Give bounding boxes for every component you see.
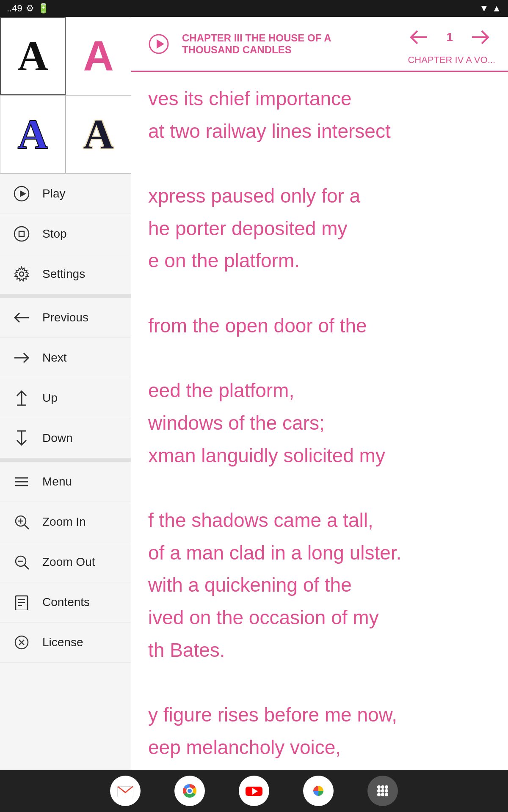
status-left: ..49 ⚙ 🔋 xyxy=(7,3,49,14)
svg-point-49 xyxy=(381,789,384,793)
sidebar-item-down[interactable]: Down xyxy=(0,418,131,458)
taskbar-chrome[interactable] xyxy=(174,776,205,806)
zoom-out-label: Zoom Out xyxy=(42,555,95,569)
menu-icon xyxy=(13,473,30,491)
menu-separator-1 xyxy=(0,294,131,298)
chapter-title-line1: CHAPTER III THE HOUSE OF A xyxy=(182,32,395,44)
taskbar-apps[interactable] xyxy=(367,776,398,806)
svg-line-15 xyxy=(25,525,29,529)
book-text-line-4: e on the platform. xyxy=(148,247,491,275)
book-text-line-9: f the shadows came a tall, xyxy=(148,506,491,535)
sidebar-item-up[interactable]: Up xyxy=(0,378,131,418)
contents-label: Contents xyxy=(42,595,90,609)
down-icon xyxy=(13,429,30,447)
reader-next-button[interactable] xyxy=(466,22,495,52)
taskbar-photos[interactable] xyxy=(303,776,334,806)
sidebar-item-zoom-out[interactable]: Zoom Out xyxy=(0,542,131,582)
taskbar-gmail[interactable] xyxy=(110,776,141,806)
svg-point-4 xyxy=(19,272,24,276)
zoom-in-icon xyxy=(13,513,30,531)
svg-point-52 xyxy=(381,793,384,796)
book-text-line-1: at two railway lines intersect xyxy=(148,117,491,145)
book-text-line-15: eep melancholy voice, xyxy=(148,733,491,762)
font-option-serif-blue[interactable]: A xyxy=(0,95,66,173)
svg-point-47 xyxy=(385,785,388,789)
svg-marker-29 xyxy=(157,39,164,49)
next-icon xyxy=(13,349,30,367)
book-text-spacer-4 xyxy=(148,474,491,502)
book-text-spacer-3 xyxy=(148,344,491,373)
sidebar-item-zoom-in[interactable]: Zoom In xyxy=(0,502,131,542)
reader-play-button[interactable] xyxy=(144,29,174,59)
svg-rect-3 xyxy=(19,231,24,236)
sidebar-menu: Play Stop xyxy=(0,174,131,663)
content-area: CHAPTER III THE HOUSE OF A THOUSAND CAND… xyxy=(131,17,508,770)
menu-label: Menu xyxy=(42,475,72,488)
contents-icon xyxy=(13,593,30,611)
settings-status-icon: ⚙ xyxy=(26,3,34,14)
page-number: 1 xyxy=(446,30,453,44)
stop-icon xyxy=(13,225,30,243)
play-label: Play xyxy=(42,187,65,200)
svg-line-19 xyxy=(25,565,29,569)
book-text-spacer-2 xyxy=(148,279,491,307)
font-option-serif-cream[interactable]: A xyxy=(66,95,131,173)
status-time: ..49 xyxy=(7,3,22,14)
sidebar-item-license[interactable]: License xyxy=(0,623,131,663)
sidebar: A A A A Play xyxy=(0,17,131,770)
license-label: License xyxy=(42,636,83,649)
sidebar-item-stop[interactable]: Stop xyxy=(0,214,131,254)
font-selector-grid: A A A A xyxy=(0,17,131,174)
reader-header-right: 1 CHAPTER IV A VO... xyxy=(404,22,495,66)
sidebar-item-contents[interactable]: Contents xyxy=(0,582,131,623)
font-letter-a: A xyxy=(17,32,48,80)
stop-label: Stop xyxy=(42,227,67,241)
sidebar-item-next[interactable]: Next xyxy=(0,338,131,378)
book-text-line-0: ves its chief importance xyxy=(148,85,491,113)
sidebar-item-play[interactable]: Play xyxy=(0,174,131,214)
reader-chapter-info: CHAPTER III THE HOUSE OF A THOUSAND CAND… xyxy=(174,32,404,56)
zoom-out-icon xyxy=(13,553,30,571)
font-letter-a-blue: A xyxy=(17,110,48,159)
svg-point-2 xyxy=(14,227,29,241)
play-icon xyxy=(13,185,30,203)
book-text-line-8: xman languidly solicited my xyxy=(148,442,491,470)
license-icon xyxy=(13,634,30,651)
reader-header: CHAPTER III THE HOUSE OF A THOUSAND CAND… xyxy=(131,17,508,72)
svg-point-50 xyxy=(385,789,388,793)
sidebar-item-previous[interactable]: Previous xyxy=(0,298,131,338)
book-content: ves its chief importance at two railway … xyxy=(131,72,508,770)
previous-icon xyxy=(13,309,30,326)
book-text-line-2: xpress paused only for a xyxy=(148,182,491,210)
chapter-title-line2: THOUSAND CANDLES xyxy=(182,44,395,56)
book-text-line-10: of a man clad in a long ulster. xyxy=(148,539,491,567)
down-label: Down xyxy=(42,431,73,445)
book-text-line-5: from the open door of the xyxy=(148,312,491,340)
up-icon xyxy=(13,389,30,407)
svg-point-45 xyxy=(377,785,381,789)
svg-point-51 xyxy=(377,793,381,796)
zoom-in-label: Zoom In xyxy=(42,515,86,529)
settings-icon xyxy=(13,265,30,283)
svg-marker-1 xyxy=(20,190,26,197)
book-text-line-13: th Bates. xyxy=(148,636,491,664)
settings-label: Settings xyxy=(42,267,85,281)
wifi-icon: ▼ xyxy=(479,3,489,14)
sidebar-item-menu[interactable]: Menu xyxy=(0,462,131,502)
next-chapter-label: CHAPTER IV A VO... xyxy=(408,55,495,66)
taskbar-youtube[interactable] xyxy=(239,776,269,806)
book-text-line-11: with a quickening of the xyxy=(148,571,491,599)
book-text-line-6: eed the platform, xyxy=(148,376,491,405)
next-label: Next xyxy=(42,351,67,365)
reader-prev-button[interactable] xyxy=(404,22,433,52)
sidebar-item-settings[interactable]: Settings xyxy=(0,254,131,294)
font-option-serif-black[interactable]: A xyxy=(0,17,66,95)
battery-saver-icon: 🔋 xyxy=(38,3,49,14)
book-text-line-3: he porter deposited my xyxy=(148,214,491,243)
taskbar xyxy=(0,770,508,812)
font-option-sans-pink[interactable]: A xyxy=(66,17,131,95)
font-letter-a-cream: A xyxy=(83,110,113,159)
svg-point-53 xyxy=(385,793,388,796)
main-container: A A A A Play xyxy=(0,17,508,770)
font-letter-a-pink: A xyxy=(83,32,113,80)
